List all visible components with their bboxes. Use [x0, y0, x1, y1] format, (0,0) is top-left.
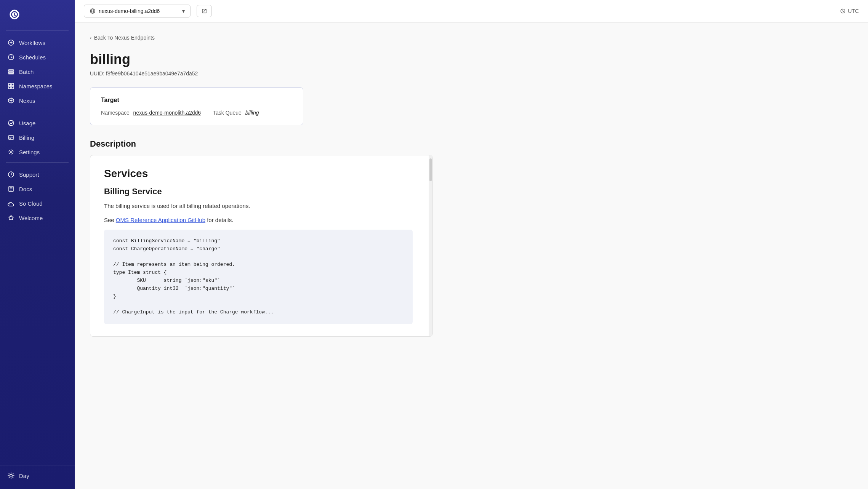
target-namespace-value[interactable]: nexus-demo-monolith.a2dd6	[133, 110, 201, 116]
desc-heading-billing-service: Billing Service	[104, 187, 413, 197]
logo-area	[0, 0, 75, 30]
desc-paragraph2-prefix: See	[104, 217, 116, 223]
svg-rect-5	[8, 83, 11, 86]
namespace-selector-icon	[90, 8, 96, 14]
sidebar-item-label-welcome: Welcome	[19, 215, 43, 221]
svg-rect-2	[8, 70, 14, 71]
sidebar-item-settings[interactable]: Settings	[0, 145, 75, 159]
target-namespace-field: Namespace nexus-demo-monolith.a2dd6	[101, 110, 201, 116]
temporal-logo-icon	[8, 8, 21, 21]
svg-point-14	[11, 176, 11, 176]
sidebar-item-label-workflows: Workflows	[19, 40, 45, 46]
sidebar-item-label-socloud: So Cloud	[19, 200, 43, 207]
content-area: ‹ Back To Nexus Endpoints billing UUID: …	[75, 22, 868, 489]
schedules-icon	[8, 54, 14, 61]
svg-rect-8	[11, 86, 14, 89]
namespaces-icon	[8, 83, 14, 89]
svg-rect-3	[8, 72, 14, 73]
target-fields: Namespace nexus-demo-monolith.a2dd6 Task…	[101, 110, 292, 116]
sidebar-item-day[interactable]: Day	[0, 468, 75, 483]
target-taskqueue-value: billing	[245, 110, 259, 116]
sidebar-divider-2	[6, 111, 69, 111]
target-taskqueue-field: Task Queue billing	[213, 110, 259, 116]
usage-icon	[8, 120, 14, 126]
target-namespace-label: Namespace	[101, 110, 130, 116]
back-link-label: Back To Nexus Endpoints	[94, 35, 155, 41]
target-card: Target Namespace nexus-demo-monolith.a2d…	[90, 87, 303, 125]
code-block: const BillingServiceName = "billing" con…	[104, 230, 413, 324]
back-arrow-icon: ‹	[90, 35, 92, 41]
sidebar-item-docs[interactable]: Docs	[0, 182, 75, 196]
sidebar-item-label-schedules: Schedules	[19, 54, 46, 61]
sidebar-item-workflows[interactable]: Workflows	[0, 35, 75, 50]
docs-icon	[8, 185, 14, 192]
billing-icon	[8, 134, 14, 141]
sidebar-item-billing[interactable]: Billing	[0, 130, 75, 145]
svg-rect-6	[11, 83, 14, 86]
page-title: billing	[90, 51, 853, 67]
target-card-title: Target	[101, 97, 292, 104]
sidebar-section-help: Support Docs So Cloud Welcome	[0, 166, 75, 228]
sidebar-item-support[interactable]: Support	[0, 167, 75, 182]
sidebar-item-label-day: Day	[19, 473, 29, 479]
svg-rect-7	[8, 86, 11, 89]
uuid-label: UUID:	[90, 70, 104, 77]
svg-point-12	[10, 151, 12, 153]
sidebar-bottom: Day	[0, 465, 75, 489]
desc-paragraph2-suffix: for details.	[205, 217, 233, 223]
scrollbar-track	[429, 155, 432, 336]
namespace-name: nexus-demo-billing.a2dd6	[99, 8, 179, 14]
topbar: nexus-demo-billing.a2dd6 ▾ UTC	[75, 0, 868, 22]
description-content: Services Billing Service The billing ser…	[104, 168, 419, 324]
back-link[interactable]: ‹ Back To Nexus Endpoints	[90, 35, 853, 41]
sidebar-item-label-docs: Docs	[19, 186, 32, 192]
sidebar-item-welcome[interactable]: Welcome	[0, 211, 75, 225]
scrollbar-thumb	[429, 158, 432, 181]
target-taskqueue-label: Task Queue	[213, 110, 242, 116]
uuid-value: f8f9e9b064104e51ae9ba049e7a7da52	[106, 70, 198, 77]
sidebar-item-label-namespaces: Namespaces	[19, 83, 53, 89]
settings-icon	[8, 149, 14, 155]
sidebar-item-namespaces[interactable]: Namespaces	[0, 79, 75, 93]
sidebar-item-schedules[interactable]: Schedules	[0, 50, 75, 64]
sidebar-section-main: Workflows Schedules Batch Namespaces Nex…	[0, 34, 75, 111]
sidebar-divider-3	[6, 162, 69, 163]
sidebar-section-account: Usage Billing Settings	[0, 114, 75, 162]
svg-rect-11	[10, 138, 11, 139]
desc-paragraph1: The billing service is used for all bill…	[104, 202, 413, 211]
day-icon	[8, 472, 14, 479]
desc-paragraph2: See OMS Reference Application GitHub for…	[104, 216, 413, 225]
namespace-selector[interactable]: nexus-demo-billing.a2dd6 ▾	[84, 5, 191, 18]
oms-github-link[interactable]: OMS Reference Application GitHub	[116, 217, 205, 223]
welcome-icon	[8, 214, 14, 221]
sidebar-item-label-nexus: Nexus	[19, 97, 35, 104]
sidebar-item-label-usage: Usage	[19, 120, 35, 126]
description-box: Services Billing Service The billing ser…	[90, 155, 433, 337]
sidebar-item-socloud[interactable]: So Cloud	[0, 196, 75, 211]
sidebar-item-batch[interactable]: Batch	[0, 64, 75, 79]
timezone-label: UTC	[840, 8, 859, 14]
nexus-icon	[8, 97, 14, 104]
desc-heading-services: Services	[104, 168, 413, 180]
workflows-icon	[8, 39, 14, 46]
main-area: nexus-demo-billing.a2dd6 ▾ UTC ‹ Back To…	[75, 0, 868, 489]
svg-point-16	[10, 475, 13, 477]
sidebar: Workflows Schedules Batch Namespaces Nex…	[0, 0, 75, 489]
sidebar-item-label-support: Support	[19, 171, 39, 178]
description-section-title: Description	[90, 139, 853, 149]
external-link-button[interactable]	[197, 5, 212, 17]
socloud-icon	[8, 200, 14, 207]
namespace-chevron-icon: ▾	[182, 8, 185, 14]
sidebar-divider-top	[6, 30, 69, 31]
batch-icon	[8, 68, 14, 75]
sidebar-item-label-batch: Batch	[19, 69, 34, 75]
sidebar-item-label-billing: Billing	[19, 134, 34, 141]
sidebar-item-nexus[interactable]: Nexus	[0, 93, 75, 108]
uuid-line: UUID: f8f9e9b064104e51ae9ba049e7a7da52	[90, 70, 853, 77]
svg-rect-4	[8, 74, 14, 74]
svg-rect-10	[8, 136, 14, 139]
sidebar-item-usage[interactable]: Usage	[0, 116, 75, 130]
support-icon	[8, 171, 14, 178]
sidebar-item-label-settings: Settings	[19, 149, 40, 155]
